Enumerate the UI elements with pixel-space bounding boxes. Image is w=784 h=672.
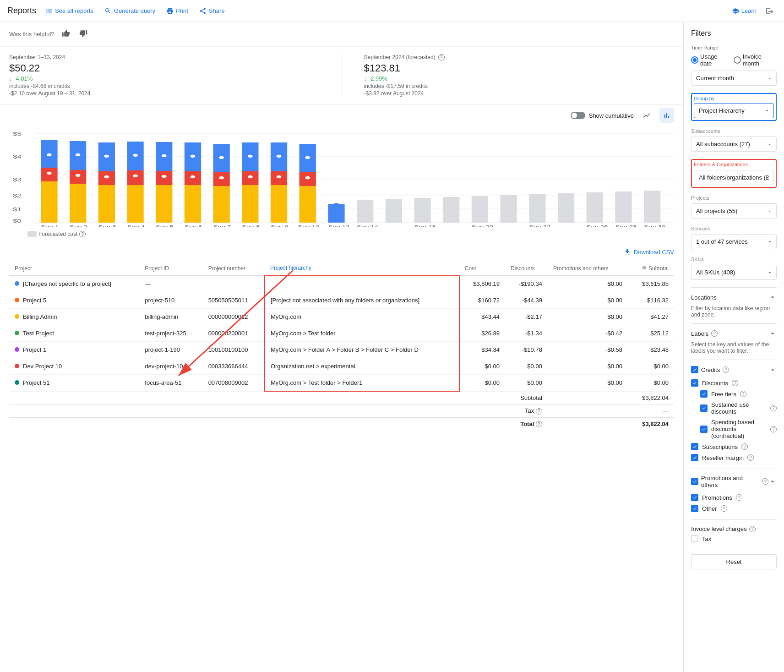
subscriptions-item[interactable]: Subscriptions ?: [691, 441, 777, 452]
tax-invoice-checkbox[interactable]: [691, 535, 698, 542]
total-help-icon[interactable]: ?: [536, 421, 542, 427]
bar-chart-button[interactable]: [659, 108, 674, 123]
col-subtotal: Subtotal: [628, 261, 674, 276]
svg-text:Sep 8: Sep 8: [242, 224, 260, 227]
promotions-only-help-icon[interactable]: ?: [736, 494, 742, 501]
project-name-cell: Dev Project 10: [15, 363, 134, 370]
collapse-sidebar-button[interactable]: [762, 4, 777, 18]
forecasted-cost-legend: Forecasted cost ?: [27, 231, 86, 237]
line-chart-button[interactable]: [639, 108, 654, 123]
other-item[interactable]: Other ?: [691, 503, 777, 514]
svg-text:Sep 14: Sep 14: [357, 224, 378, 227]
tax-invoice-item[interactable]: Tax: [691, 532, 777, 545]
forecast-info-icon[interactable]: ?: [438, 54, 445, 60]
svg-point-30: [132, 174, 138, 178]
folders-orgs-select[interactable]: All folders/organizations (28): [694, 170, 774, 185]
services-select[interactable]: 1 out of 47 services: [691, 234, 777, 249]
thumbs-up-button[interactable]: [60, 27, 72, 41]
discounts-item[interactable]: Discounts ?: [691, 377, 777, 388]
free-tiers-checkbox[interactable]: [700, 390, 708, 398]
reseller-margin-help-icon[interactable]: ?: [747, 454, 754, 461]
helpful-text: Was this helpful?: [9, 31, 54, 38]
locations-chevron-icon: [768, 293, 777, 301]
credits-check-icon: [692, 367, 697, 372]
project-dot: [15, 298, 19, 302]
invoice-charges-help-icon[interactable]: ?: [749, 526, 756, 532]
group-by-select[interactable]: Project Hierarchy: [694, 103, 774, 118]
subaccounts-select[interactable]: All subaccounts (27): [691, 137, 777, 152]
locations-header[interactable]: Locations: [691, 293, 777, 301]
svg-rect-72: [587, 192, 603, 223]
projects-select[interactable]: All projects (55): [691, 203, 777, 219]
promotions-only-item[interactable]: Promotions ?: [691, 492, 777, 503]
credits-help-icon[interactable]: ?: [723, 366, 729, 373]
subscriptions-check-icon: [692, 444, 697, 449]
period-select[interactable]: Current month: [691, 71, 777, 86]
reset-button[interactable]: Reset: [691, 554, 777, 569]
discounts-checkbox[interactable]: [691, 379, 698, 387]
summary-change-actual: ↓ -4.01%: [9, 75, 320, 82]
show-cumulative-toggle[interactable]: Show cumulative: [571, 112, 634, 119]
svg-rect-37: [185, 185, 201, 223]
spending-based-help-icon[interactable]: ?: [770, 426, 777, 432]
sustained-use-item[interactable]: Sustained use discounts ?: [691, 399, 777, 417]
table-row: [Charges not specific to a project]—$3,8…: [9, 276, 674, 292]
promotions-only-checkbox[interactable]: [691, 494, 698, 501]
share-link[interactable]: Share: [194, 4, 230, 18]
svg-point-51: [247, 154, 253, 158]
reseller-margin-item[interactable]: Reseller margin ?: [691, 452, 777, 463]
svg-point-35: [161, 175, 167, 178]
invoice-month-radio[interactable]: Invoice month: [734, 53, 777, 67]
thumbs-down-icon: [79, 29, 87, 38]
learn-button[interactable]: Learn: [726, 4, 762, 18]
project-name-cell: Project 5: [15, 297, 134, 304]
table-row: Project 1project-1-190100100100100MyOrg.…: [9, 342, 674, 358]
summary-change-note-actual: -$2.10 over August 19 – 31, 2024: [9, 90, 320, 97]
svg-text:Sep 28: Sep 28: [615, 224, 637, 227]
discounts-help-icon[interactable]: ?: [732, 380, 738, 386]
promotions-help-icon[interactable]: ?: [762, 478, 768, 485]
thumbs-down-button[interactable]: [77, 27, 89, 41]
billing-table: Project Project ID Project number Projec…: [9, 261, 674, 430]
svg-text:Sep 6: Sep 6: [185, 224, 202, 227]
see-all-reports-link[interactable]: See all reports: [40, 4, 99, 18]
filters-sidebar: Filters Time range Usage date Invoice mo…: [683, 22, 784, 672]
free-tiers-help-icon[interactable]: ?: [740, 391, 746, 397]
labels-header[interactable]: Labels ?: [691, 329, 777, 338]
spending-based-item[interactable]: Spending based discounts (contractual) ?: [691, 417, 777, 441]
forecasted-info-icon[interactable]: ?: [79, 231, 86, 237]
download-csv-button[interactable]: Download CSV: [624, 248, 674, 256]
summary-period-actual: September 1–13, 2024: [9, 54, 320, 60]
labels-help-icon[interactable]: ?: [711, 330, 718, 337]
skus-select[interactable]: All SKUs (408): [691, 265, 777, 280]
credits-section: Credits ? Discounts ?: [691, 360, 777, 469]
svg-rect-47: [242, 185, 258, 223]
svg-rect-27: [127, 185, 143, 223]
sustained-use-checkbox[interactable]: [700, 404, 708, 412]
print-link[interactable]: Print: [161, 4, 194, 18]
subscriptions-checkbox[interactable]: [691, 443, 698, 450]
svg-text:Sep 1: Sep 1: [41, 224, 59, 227]
reseller-margin-checkbox[interactable]: [691, 454, 698, 461]
project-name-cell: Billing Admin: [15, 313, 134, 320]
free-tiers-item[interactable]: Free tiers ?: [691, 388, 777, 399]
usage-date-radio[interactable]: Usage date: [691, 53, 728, 67]
summary-period-forecast: September 2024 (forecasted) ?: [364, 54, 675, 60]
credits-checkbox[interactable]: [691, 366, 698, 373]
promotions-header[interactable]: Promotions and others ?: [691, 475, 777, 488]
other-help-icon[interactable]: ?: [721, 505, 727, 512]
credits-header[interactable]: Credits ?: [691, 366, 777, 374]
svg-text:Sep 22: Sep 22: [529, 224, 550, 227]
spending-based-checkbox[interactable]: [700, 426, 708, 433]
services-label: Services: [691, 226, 777, 231]
svg-point-55: [276, 175, 282, 179]
generate-query-link[interactable]: Generate query: [99, 4, 161, 18]
project-dot: [15, 331, 19, 335]
svg-rect-71: [558, 193, 574, 223]
sustained-use-help-icon[interactable]: ?: [770, 405, 777, 411]
svg-rect-69: [501, 195, 517, 223]
other-checkbox[interactable]: [691, 505, 698, 512]
promotions-checkbox[interactable]: [691, 478, 698, 485]
tax-help-icon[interactable]: ?: [536, 408, 542, 415]
subscriptions-help-icon[interactable]: ?: [741, 443, 748, 450]
